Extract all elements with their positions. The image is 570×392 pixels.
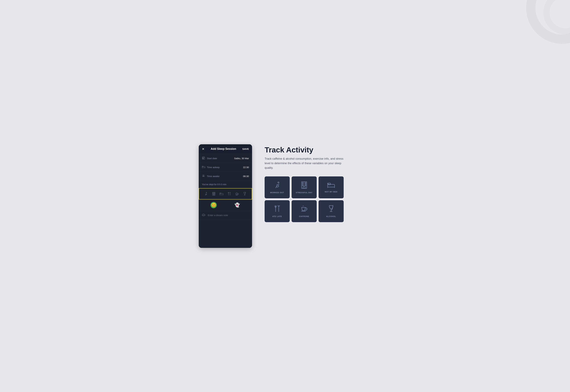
time-asleep-label: Time asleep [207, 166, 243, 168]
tile-not-my-bed[interactable]: NOT MY BED [319, 176, 344, 198]
svg-line-17 [202, 175, 203, 175]
activity-bed-icon[interactable] [219, 191, 224, 197]
header-title: Add Sleep Session [211, 147, 236, 151]
svg-rect-51 [305, 184, 306, 185]
time-asleep-row[interactable]: Time asleep 22:30 [199, 163, 252, 172]
sunrise-icon [202, 174, 207, 178]
svg-rect-52 [303, 186, 305, 188]
page-wrapper: ✕ Add Sleep Session SAVE Start date Sabt [199, 144, 371, 248]
svg-point-15 [203, 175, 204, 176]
phone-container: ✕ Add Sleep Session SAVE Start date Sabt [199, 144, 252, 248]
activity-run-icon[interactable] [203, 191, 209, 197]
sleep-duration-text: You've slept for 8 h 0 min [202, 183, 226, 186]
svg-line-20 [204, 175, 204, 175]
sleep-duration-row: You've slept for 8 h 0 min [199, 181, 252, 188]
tile-stressful-day-label: STRESSFUL DAY [296, 192, 313, 194]
tile-alcohol[interactable]: ALCOHOL [319, 200, 344, 222]
svg-rect-13 [202, 166, 203, 167]
tile-stressful-day[interactable]: STRESSFUL DAY [292, 176, 317, 198]
bed-icon [202, 166, 207, 169]
run-icon [273, 181, 281, 189]
svg-rect-49 [305, 183, 306, 184]
calendar-icon [202, 156, 207, 160]
svg-rect-6 [203, 158, 203, 158]
start-date-label: Start date [207, 157, 234, 160]
svg-rect-7 [203, 158, 204, 158]
time-awake-value: 06:30 [243, 175, 249, 178]
tile-ate-late-label: ATE LATE [272, 215, 282, 217]
svg-rect-48 [302, 183, 303, 184]
svg-point-0 [531, 0, 570, 39]
activity-fork-icon[interactable] [226, 191, 232, 197]
time-asleep-value: 22:30 [243, 166, 249, 168]
track-section: Track Activity Track caffeine & alcohol … [265, 144, 371, 222]
start-date-value: Sabtu, 30 Mar [234, 157, 249, 160]
dream-note-row[interactable]: Enter a dream note [199, 211, 252, 220]
close-button[interactable]: ✕ [202, 147, 205, 151]
activity-wine-icon[interactable] [242, 191, 248, 197]
tile-ate-late[interactable]: ATE LATE [265, 200, 290, 222]
activity-strip [199, 188, 252, 199]
activity-coffee-icon[interactable] [234, 191, 240, 197]
tile-worked-out-label: WORKED OUT [270, 192, 284, 194]
building-icon [301, 181, 308, 189]
track-description: Track caffeine & alcohol consumption, ex… [265, 156, 346, 170]
svg-rect-30 [213, 195, 214, 195]
svg-rect-26 [213, 193, 213, 193]
save-button[interactable]: SAVE [242, 148, 249, 150]
svg-point-23 [206, 192, 207, 193]
activity-grid: WORKED OUT STRESSFUL DAY [265, 176, 371, 222]
svg-rect-8 [203, 159, 203, 159]
start-date-row[interactable]: Start date Sabtu, 30 Mar [199, 154, 252, 163]
happy-mood-button[interactable]: 😊 [210, 202, 217, 208]
coffee-tile-icon [301, 205, 308, 213]
phone-header: ✕ Add Sleep Session SAVE [199, 144, 252, 154]
svg-rect-34 [220, 193, 221, 194]
tile-caffeine-label: CAFFEINE [299, 215, 309, 217]
svg-rect-28 [213, 194, 213, 194]
dream-cloud-icon [202, 213, 206, 217]
svg-point-45 [278, 182, 279, 183]
tile-caffeine[interactable]: CAFFEINE [292, 200, 317, 222]
svg-rect-50 [302, 184, 303, 185]
time-awake-row[interactable]: Time awake 06:30 [199, 172, 252, 181]
tile-not-my-bed-label: NOT MY BED [325, 191, 338, 193]
svg-rect-27 [214, 193, 215, 193]
fork-tile-icon [274, 205, 280, 213]
time-awake-label: Time awake [207, 175, 243, 178]
activity-building-icon[interactable] [211, 191, 217, 197]
svg-point-1 [546, 0, 570, 31]
dream-note-placeholder: Enter a dream note [208, 214, 228, 217]
wine-tile-icon [328, 205, 334, 213]
tile-alcohol-label: ALCOHOL [326, 215, 336, 217]
phone-empty-space [199, 220, 252, 248]
track-title: Track Activity [265, 146, 371, 154]
tile-worked-out[interactable]: WORKED OUT [265, 176, 290, 198]
mood-row: 😊 👻 [199, 199, 252, 211]
bed-tile-icon [327, 182, 335, 189]
svg-rect-9 [203, 159, 204, 159]
svg-rect-29 [214, 194, 215, 194]
ghost-mood-button[interactable]: 👻 [234, 202, 240, 208]
